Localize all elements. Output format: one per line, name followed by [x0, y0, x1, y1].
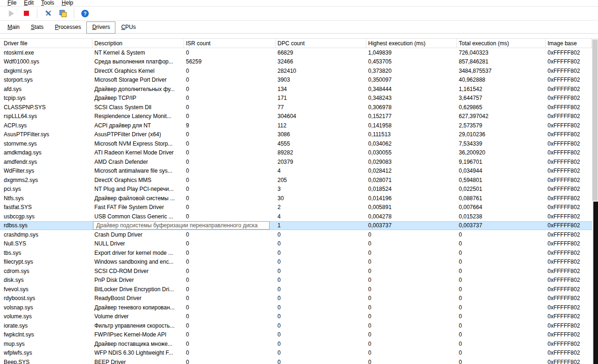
table-row[interactable]: volsnap.sysДрайвер теневого копирован...… [0, 303, 592, 312]
cell-description: Среда выполнения платфор... [93, 58, 184, 65]
cell-isr: 0 [184, 295, 276, 301]
menu-tools[interactable]: Tools [37, 0, 58, 6]
cell-isr: 0 [184, 231, 276, 238]
tab-processes[interactable]: Processes [49, 21, 86, 33]
table-row[interactable]: fwpkclnt.sysFWP/IPsec Kernel-Mode API000… [0, 330, 592, 340]
table-row[interactable]: cdrom.sysSCSI CD-ROM Driver00000xFFFFF80… [0, 266, 592, 276]
menu-edit[interactable]: Edit [20, 0, 37, 6]
table-row[interactable]: CLASSPNP.SYSSCSI Class System Dll0770,30… [0, 103, 592, 112]
table-row[interactable]: crashdmp.sysCrash Dump Driver00000xFFFFF… [0, 230, 592, 239]
cell-isr: 0 [184, 86, 276, 92]
column-header[interactable]: DPC count [276, 39, 366, 48]
table-row[interactable]: Null.SYSNULL Driver00000xFFFFF802 [0, 239, 592, 249]
cell-driver: ACPI.sys [0, 122, 93, 129]
table-row[interactable]: iorate.sysФильтр управления скорость...0… [0, 321, 592, 330]
cell-total: 0 [457, 286, 546, 293]
cell-driver: usbccgp.sys [0, 213, 93, 220]
tab-cpus[interactable]: CPUs [115, 21, 141, 33]
cell-driver: disk.sys [0, 277, 93, 283]
cell-dpc: 89282 [276, 149, 366, 156]
column-header[interactable]: Description [93, 39, 184, 48]
table-row[interactable]: pci.sysNT Plug and Play PCI-перечи...030… [0, 185, 592, 194]
cell-driver: mup.sys [0, 341, 93, 347]
cell-highest: 0,014196 [366, 195, 457, 202]
table-row[interactable]: Ntfs.sysДрайвер файловой системы ...0300… [0, 194, 592, 203]
report-windows-button[interactable] [57, 8, 70, 19]
cell-highest: 0 [366, 259, 457, 265]
column-header[interactable]: Highest execution (ms) [366, 39, 457, 48]
table-row[interactable]: storport.sysMicrosoft Storage Port Drive… [0, 76, 592, 85]
column-header[interactable]: Driver file [0, 39, 93, 48]
cell-dpc: 282410 [276, 68, 366, 74]
table-row[interactable]: rdbss.sys10,0037370,0037370xFFFFF802 [0, 221, 592, 231]
table-row[interactable]: tcpip.sysДрайвер TCP/IP01710,3482433,644… [0, 94, 592, 103]
table-row[interactable]: dxgkrnl.sysDirectX Graphics Kernel028241… [0, 66, 592, 76]
tab-main[interactable]: Main [2, 21, 25, 33]
cell-driver: WdFilter.sys [0, 168, 93, 174]
cell-description: DirectX Graphics Kernel [93, 68, 184, 74]
cell-total: 0 [457, 250, 546, 256]
cell-highest: 0 [366, 268, 457, 274]
table-row[interactable]: amdfendr.sysAMD Crash Defender0203790,02… [0, 157, 592, 167]
tab-strip: MainStatsProcessesDriversCPUs [0, 21, 598, 34]
cell-total: 0 [457, 341, 546, 347]
table-row[interactable]: dxgmms2.sysDirectX Graphics MMS02050,028… [0, 175, 592, 185]
cell-isr: 0 [184, 304, 276, 311]
table-row[interactable]: usbccgp.sysUSB Common Class Generic ...0… [0, 212, 592, 221]
menu-help[interactable]: Help [58, 0, 77, 6]
options-button[interactable] [42, 8, 55, 19]
cell-base: 0xFFFFF802 [546, 49, 592, 56]
table-row[interactable]: AsusPTPFilter.sysAsusPTPFilter Driver (x… [0, 130, 592, 140]
tab-stats[interactable]: Stats [25, 21, 49, 33]
cell-base: 0xFFFFF802 [546, 331, 592, 338]
cell-description: ReadyBoost Driver [93, 295, 184, 301]
cell-description: SCSI CD-ROM Driver [93, 268, 184, 274]
cell-dpc: 134 [276, 86, 366, 92]
column-header[interactable]: Image base [546, 39, 592, 48]
table-row[interactable]: Beep.SYSBEEP Driver00000xFFFFF802 [0, 357, 592, 364]
menu-file[interactable]: File [4, 0, 20, 6]
table-row[interactable]: ACPI.sysACPI драйвер для NT91120,1419582… [0, 121, 592, 130]
table-row[interactable]: volume.sysVolume driver00000xFFFFF802 [0, 312, 592, 322]
table-row[interactable]: rdyboost.sysReadyBoost Driver00000xFFFFF… [0, 294, 592, 303]
column-header[interactable]: ISR count [184, 39, 276, 48]
table-row[interactable]: fvevol.sysBitLocker Drive Encryption Dri… [0, 285, 592, 294]
scrollbar-thumb[interactable] [592, 40, 598, 201]
table-row[interactable]: fastfat.SYSFast FAT File System Driver02… [0, 203, 592, 212]
table-row[interactable]: tbs.sysExport driver for kernel mode ...… [0, 248, 592, 258]
column-header[interactable]: Total execution (ms) [457, 39, 546, 48]
cell-dpc: 0 [276, 322, 366, 329]
cell-highest: 0 [366, 350, 457, 356]
cell-isr: 0 [184, 68, 276, 74]
table-row[interactable]: WdFilter.sysMicrosoft antimalware file s… [0, 167, 592, 176]
table-row[interactable]: stornvme.sysMicrosoft NVM Express Storp.… [0, 139, 592, 148]
cell-isr: 0 [184, 331, 276, 338]
help-button[interactable]: ? [78, 8, 92, 19]
table-row[interactable]: afd.sysДрайвер дополнительных фу...01340… [0, 84, 592, 94]
table-row[interactable]: ntoskrnl.exeNT Kernel & System0668291,04… [0, 48, 592, 57]
table-row[interactable]: Wdf01000.sysСреда выполнения платфор...5… [0, 57, 592, 67]
cell-description: USB Common Class Generic ... [93, 213, 184, 220]
stop-monitor-button[interactable] [20, 8, 33, 19]
table-row[interactable]: amdkmdag.sysATI Radeon Kernel Mode Drive… [0, 148, 592, 158]
start-monitor-button[interactable] [5, 8, 18, 19]
cell-isr: 0 [184, 113, 276, 119]
cell-dpc: 30 [276, 195, 366, 202]
table-row[interactable]: disk.sysPnP Disk Driver00000xFFFFF802 [0, 276, 592, 285]
table-row[interactable]: mup.sysДрайвер поставщика множе...00000x… [0, 339, 592, 349]
cell-dpc: 3086 [276, 131, 366, 138]
cell-highest: 0 [366, 277, 457, 283]
cell-total: 0 [457, 295, 546, 301]
cell-base: 0xFFFFF802 [546, 359, 592, 364]
cell-total: 9,196701 [457, 159, 546, 165]
cell-driver: volume.sys [0, 313, 93, 320]
play-icon [9, 10, 14, 17]
table-row[interactable]: wfplwfs.sysWFP NDIS 6.30 Lightweight F..… [0, 349, 592, 358]
table-row[interactable]: rspLLL64.sysResplendence Latency Monit..… [0, 112, 592, 121]
cell-driver: Beep.SYS [0, 359, 93, 364]
table-row[interactable]: filecrypt.sysWindows sandboxing and enc.… [0, 258, 592, 267]
cell-total: 0,003737 [457, 222, 546, 229]
tab-drivers[interactable]: Drivers [86, 21, 115, 34]
cell-description: PnP Disk Driver [93, 277, 184, 283]
cell-isr: 0 [184, 77, 276, 83]
